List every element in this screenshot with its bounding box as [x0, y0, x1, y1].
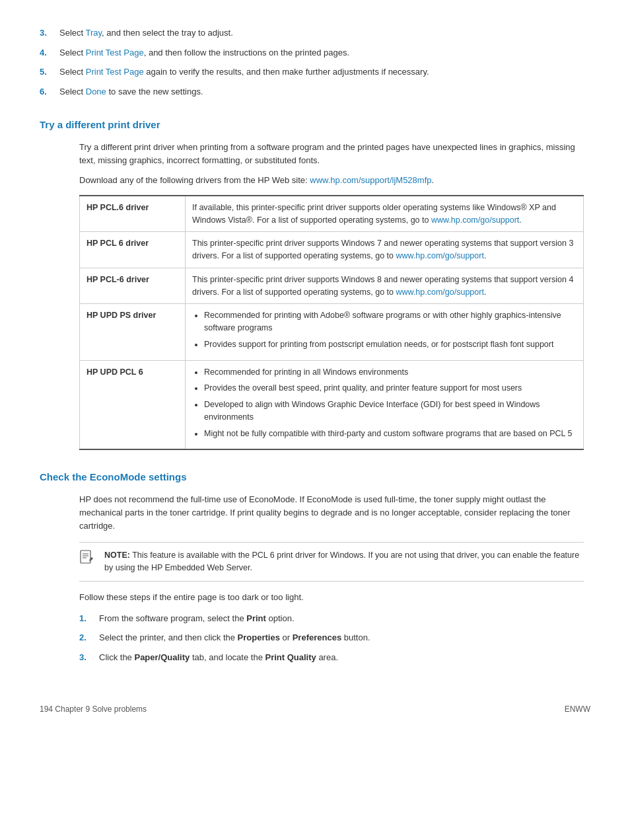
step-3-content: Select Tray, and then select the tray to…: [59, 26, 590, 40]
econoMode-step-3: 3. Click the Paper/Quality tab, and loca…: [79, 651, 584, 664]
section-try-different-driver: Try a different print driver Try a diffe…: [40, 118, 590, 450]
properties-bold: Properties: [238, 632, 280, 642]
list-item: Provides support for printing from posts…: [204, 338, 577, 351]
list-item: Recommended for printing in all Windows …: [204, 366, 577, 379]
econoMode-steps: 1. From the software program, select the…: [79, 612, 584, 664]
econoMode-step-2: 2. Select the printer, and then click th…: [79, 631, 584, 644]
driver-desc-upd-pcl6: Recommended for printing in all Windows …: [186, 360, 584, 449]
step-6: 6. Select Done to save the new settings.: [40, 85, 590, 98]
list-item: Might not be fully compatible with third…: [204, 428, 577, 440]
list-item: Recommended for printing with Adobe® sof…: [204, 309, 577, 334]
follow-text: Follow these steps if the entire page is…: [79, 591, 584, 604]
driver-intro: Try a different print driver when printi…: [79, 141, 584, 167]
step-3: 3. Select Tray, and then select the tray…: [40, 26, 590, 40]
list-item: Provides the overall best speed, print q…: [204, 382, 577, 395]
footer-bar: 194 Chapter 9 Solve problems ENWW: [40, 697, 590, 715]
print-test-page-link-4[interactable]: Print Test Page: [86, 48, 144, 57]
upd-pcl6-bullets: Recommended for printing in all Windows …: [192, 366, 577, 440]
note-body-text: This feature is available with the PCL 6…: [104, 551, 579, 572]
section-body-econoMode: HP does not recommend the full-time use …: [79, 493, 584, 664]
driver-desc-pcl6dot: If available, this printer-specific prin…: [186, 196, 584, 232]
table-row-upd-pcl6: HP UPD PCL 6 Recommended for printing in…: [80, 360, 584, 449]
tray-link[interactable]: Tray: [86, 28, 102, 38]
step-3-number: 3.: [40, 26, 59, 40]
step-6-number: 6.: [40, 85, 59, 98]
step-6-content: Select Done to save the new settings.: [59, 85, 590, 98]
top-steps-section: 3. Select Tray, and then select the tray…: [40, 26, 590, 98]
top-numbered-list: 3. Select Tray, and then select the tray…: [40, 26, 590, 98]
driver-table: HP PCL.6 driver If available, this print…: [79, 195, 584, 451]
note-content: NOTE: This feature is available with the…: [104, 549, 584, 574]
econoMode-step-1-content: From the software program, select the Pr…: [99, 612, 584, 625]
print-quality-bold: Print Quality: [265, 652, 316, 662]
step-5-number: 5.: [40, 65, 59, 79]
econoMode-step-1-number: 1.: [79, 612, 99, 625]
step-5-content: Select Print Test Page again to verify t…: [59, 65, 590, 79]
econoMode-step-2-content: Select the printer, and then click the P…: [99, 631, 584, 644]
support-link-1[interactable]: www.hp.com/go/support: [431, 215, 519, 225]
driver-name-pcl6space: HP PCL 6 driver: [80, 232, 186, 268]
download-link[interactable]: www.hp.com/support/ljM528mfp: [310, 175, 431, 185]
note-svg-icon: [79, 550, 94, 564]
driver-name-upd-ps: HP UPD PS driver: [80, 304, 186, 360]
section-heading-driver: Try a different print driver: [40, 118, 590, 133]
driver-desc-upd-ps: Recommended for printing with Adobe® sof…: [186, 304, 584, 360]
driver-desc-pcl6space: This printer-specific print driver suppo…: [186, 232, 584, 268]
footer-lang: ENWW: [565, 703, 590, 715]
driver-name-upd-pcl6: HP UPD PCL 6: [80, 360, 186, 449]
print-bold: Print: [246, 613, 266, 623]
support-link-2[interactable]: www.hp.com/go/support: [396, 251, 483, 260]
driver-name-pcl6dash: HP PCL-6 driver: [80, 268, 186, 304]
done-link[interactable]: Done: [86, 87, 106, 96]
note-icon: [79, 550, 98, 570]
section-heading-econoMode: Check the EconoMode settings: [40, 470, 590, 485]
print-test-page-link-5[interactable]: Print Test Page: [86, 67, 144, 77]
econoMode-step-2-number: 2.: [79, 631, 99, 644]
econoMode-step-1: 1. From the software program, select the…: [79, 612, 584, 625]
section-body-driver: Try a different print driver when printi…: [79, 141, 584, 451]
step-5: 5. Select Print Test Page again to verif…: [40, 65, 590, 79]
support-link-3[interactable]: www.hp.com/go/support: [396, 287, 483, 297]
step-4-content: Select Print Test Page, and then follow …: [59, 46, 590, 59]
note-label: NOTE:: [104, 551, 130, 560]
list-item: Developed to align with Windows Graphic …: [204, 399, 577, 424]
econoMode-intro: HP does not recommend the full-time use …: [79, 493, 584, 533]
paper-quality-bold: Paper/Quality: [134, 652, 190, 662]
footer-page-info: 194 Chapter 9 Solve problems: [40, 703, 147, 715]
table-row-pcl6dot: HP PCL.6 driver If available, this print…: [80, 196, 584, 232]
upd-ps-bullets: Recommended for printing with Adobe® sof…: [192, 309, 577, 350]
driver-download-text: Download any of the following drivers fr…: [79, 174, 584, 187]
econoMode-step-3-content: Click the Paper/Quality tab, and locate …: [99, 651, 584, 664]
section-econoMode: Check the EconoMode settings HP does not…: [40, 470, 590, 664]
driver-name-pcl6dot: HP PCL.6 driver: [80, 196, 186, 232]
preferences-bold: Preferences: [293, 632, 341, 642]
svg-rect-0: [81, 551, 90, 563]
table-row-pcl6dash: HP PCL-6 driver This printer-specific pr…: [80, 268, 584, 304]
econoMode-step-3-number: 3.: [79, 651, 99, 664]
step-4-number: 4.: [40, 46, 59, 59]
table-row-pcl6space: HP PCL 6 driver This printer-specific pr…: [80, 232, 584, 268]
note-box: NOTE: This feature is available with the…: [79, 542, 584, 582]
table-row-upd-ps: HP UPD PS driver Recommended for printin…: [80, 304, 584, 360]
driver-desc-pcl6dash: This printer-specific print driver suppo…: [186, 268, 584, 304]
step-4: 4. Select Print Test Page, and then foll…: [40, 46, 590, 59]
